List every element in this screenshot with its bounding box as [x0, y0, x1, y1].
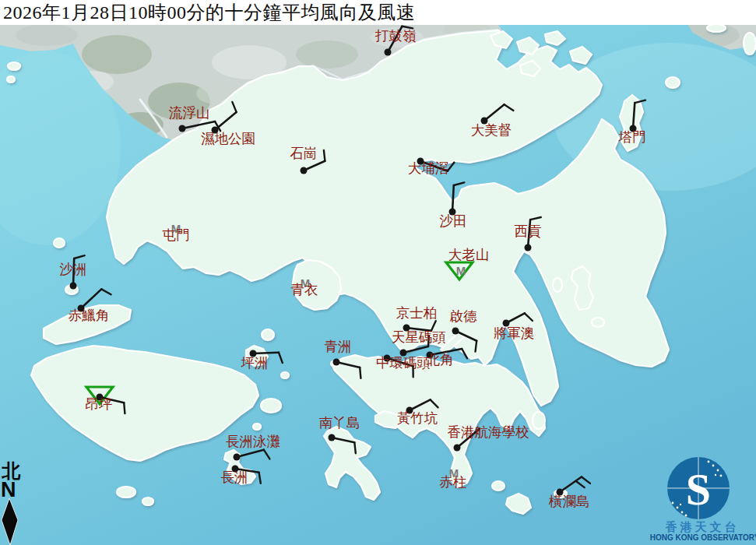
station-dot — [385, 49, 392, 56]
station-label: 天星碼頭 — [392, 329, 446, 345]
wind-barb-shaft — [253, 353, 279, 353]
wind-barb-shaft — [452, 185, 454, 212]
station-label: 長洲泳灘 — [226, 434, 280, 449]
hko-logo-chinese: 香港天文台 — [665, 520, 740, 533]
station-dot — [452, 328, 459, 335]
station-label: 青洲 — [325, 339, 352, 354]
station-label: 長洲 — [221, 469, 248, 485]
sharp-island — [553, 278, 562, 292]
station-dot — [179, 125, 186, 132]
station-label: 黃竹坑 — [397, 410, 438, 426]
station-label: 沙洲 — [60, 262, 87, 277]
station-label: 大美督 — [471, 122, 512, 138]
station-dot — [329, 434, 336, 441]
kau-yi-chau-island — [281, 372, 289, 378]
port-shelter-island — [592, 318, 604, 327]
hko-logo-english: HONG KONG OBSERVATORY — [650, 533, 756, 542]
station-label: 屯門 — [163, 227, 190, 243]
wind-barb-tick — [476, 341, 477, 352]
wind-barb-tick — [324, 150, 325, 161]
wind-map-page: 打鼓嶺流浮山濕地公園石崗大美督塔門大埔滘沙田西貢M大老山M屯門沙洲赤鱲角M青衣京… — [0, 0, 756, 545]
soko-island-2 — [142, 498, 153, 505]
wind-barb-tick — [354, 442, 356, 453]
station-label: 西貢 — [515, 223, 542, 239]
hei-ling-chau-island — [261, 399, 281, 413]
station-label: 濕地公園 — [201, 131, 255, 146]
station-label: 赤柱 — [440, 474, 467, 490]
sunshine-island — [253, 424, 261, 430]
station-label: 赤鱲角 — [69, 308, 110, 323]
hong-kong-wind-map: 打鼓嶺流浮山濕地公園石崗大美督塔門大埔滘沙田西貢M大老山M屯門沙洲赤鱲角M青衣京… — [0, 0, 756, 545]
missing-data-marker: M — [456, 264, 466, 277]
station-label: 大埔滘 — [408, 160, 449, 176]
station-dot — [70, 283, 77, 290]
station-label: 大老山 — [448, 247, 490, 262]
station-label: 將軍澳 — [494, 325, 535, 341]
station-dot — [454, 445, 461, 452]
title-bar: 2026年1月28日10時00分的十分鐘平均風向及風速 — [0, 0, 756, 25]
soko-island-1 — [117, 487, 135, 498]
station-dot — [301, 167, 308, 174]
station-label: 香港航海學校 — [448, 424, 529, 440]
station-label: 中環碼頭 — [376, 355, 431, 371]
wind-barb-tick — [360, 367, 360, 378]
compass-north-letter: N — [1, 478, 16, 501]
wind-barb-tick — [124, 403, 125, 413]
station: 大埔滘 — [408, 158, 455, 177]
station-dot — [525, 244, 532, 251]
station-dot — [333, 359, 340, 366]
hko-logo-monogram: S — [686, 464, 711, 515]
ma-wan-island — [262, 329, 274, 340]
lung-kwu-chau-island — [54, 238, 65, 248]
station-label: 坪洲 — [241, 355, 269, 371]
station-label: 流浮山 — [169, 105, 210, 121]
station-label: 石崗 — [290, 146, 318, 161]
station-label: 橫瀾島 — [549, 494, 590, 509]
station-label: 啟德 — [450, 308, 478, 324]
tung-lung-island — [533, 412, 545, 429]
beaufort-island — [492, 481, 505, 490]
port-island — [666, 77, 680, 88]
deep-bay-islet-1 — [8, 62, 20, 70]
map-title: 2026年1月28日10時00分的十分鐘平均風向及風速 — [0, 0, 756, 26]
station-dot — [234, 454, 241, 461]
mirs-bay-island-2 — [744, 33, 756, 54]
station-label: 南丫島 — [319, 415, 360, 431]
station-label: 京士柏 — [396, 305, 438, 321]
station-label: 打鼓嶺 — [375, 28, 417, 44]
station-label: 昂坪 — [86, 396, 113, 412]
station-label: 青衣 — [291, 282, 318, 297]
station-label: 塔門 — [618, 129, 646, 145]
station-label: 沙田 — [440, 213, 467, 229]
deep-bay-islet-2 — [7, 76, 15, 83]
